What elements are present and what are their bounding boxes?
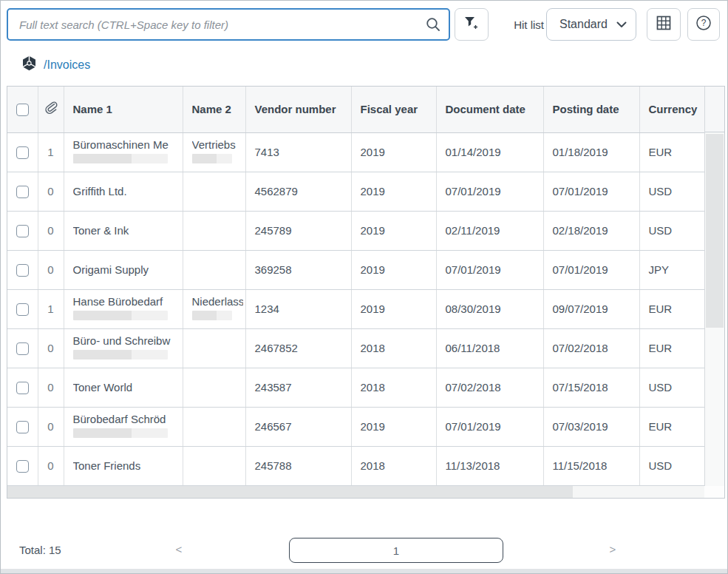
redacted-text (192, 154, 232, 163)
horizontal-scrollbar-thumb[interactable] (7, 486, 573, 498)
help-icon: ? (695, 14, 712, 35)
breadcrumb: /Invoices (21, 55, 90, 74)
vendor-number-cell: 245789 (245, 211, 351, 250)
column-header-currency[interactable]: Currency (639, 87, 704, 132)
vendor-number-cell: 2467852 (245, 328, 351, 368)
row-checkbox[interactable] (16, 146, 29, 159)
table-view-button[interactable] (647, 8, 681, 41)
posting-date-cell: 07/15/2018 (543, 368, 639, 407)
table-row: 0Toner & Ink245789201902/11/201902/18/20… (7, 211, 704, 250)
fiscal-year-cell: 2019 (351, 289, 436, 328)
hit-list-label: Hit list (514, 18, 544, 31)
chevron-down-icon (616, 21, 627, 28)
vertical-scrollbar[interactable] (704, 87, 724, 486)
fiscal-year-cell: 2018 (351, 368, 436, 407)
redacted-text (73, 311, 168, 320)
fiscal-year-cell: 2019 (351, 250, 436, 289)
column-header-vendor-number[interactable]: Vendor number (245, 87, 351, 132)
table-body: 1Büromaschinen MeVertriebs7413201901/14/… (7, 132, 704, 485)
vendor-number-cell: 245788 (245, 446, 351, 485)
document-date-cell: 07/02/2018 (436, 368, 543, 407)
table-row: 0Bürobedarf Schröd246567201907/01/201907… (7, 407, 704, 446)
attachment-count: 0 (38, 328, 64, 368)
row-checkbox[interactable] (16, 303, 29, 316)
currency-cell: EUR (639, 132, 704, 172)
row-checkbox[interactable] (16, 421, 29, 433)
total-count: Total: 15 (19, 544, 61, 556)
posting-date-cell: 11/15/2018 (543, 446, 639, 485)
posting-date-cell: 02/18/2019 (543, 211, 639, 250)
hit-list-select[interactable]: Standard (546, 8, 636, 41)
column-header-name1[interactable]: Name 1 (64, 87, 183, 132)
vendor-number-cell: 246567 (245, 407, 351, 446)
table-header-row: Name 1 Name 2 Vendor number Fiscal year … (7, 87, 704, 132)
vendor-number-cell: 7413 (245, 132, 351, 172)
document-date-cell: 02/11/2019 (436, 211, 543, 250)
vendor-number-cell: 243587 (245, 368, 351, 407)
horizontal-scrollbar[interactable] (7, 486, 724, 498)
row-checkbox[interactable] (16, 382, 29, 394)
posting-date-cell: 07/01/2019 (543, 172, 639, 211)
attachment-count: 0 (38, 446, 64, 485)
row-checkbox[interactable] (16, 460, 29, 473)
name1-cell: Hanse Bürobedarf (73, 295, 180, 308)
row-checkbox[interactable] (16, 225, 29, 237)
name2-cell: Vertriebs (192, 138, 243, 151)
prev-page-button[interactable]: < (171, 543, 187, 556)
vertical-scrollbar-thumb[interactable] (706, 134, 724, 328)
table-row: 0Büro- und Schreibw2467852201806/11/2018… (7, 328, 704, 368)
table-row: 1Büromaschinen MeVertriebs7413201901/14/… (7, 132, 704, 172)
fiscal-year-cell: 2018 (351, 446, 436, 485)
invoice-table: Name 1 Name 2 Vendor number Fiscal year … (7, 86, 725, 499)
filter-icon (463, 16, 480, 33)
table-row: 0Toner World243587201807/02/201807/15/20… (7, 368, 704, 407)
redacted-text (73, 350, 168, 359)
grid-icon (656, 15, 672, 34)
attachment-icon (44, 105, 58, 118)
filter-button[interactable] (455, 8, 489, 41)
currency-cell: USD (639, 211, 704, 250)
name1-cell: Origami Supply (73, 263, 180, 276)
redacted-text (73, 428, 168, 438)
next-page-button[interactable]: > (605, 543, 621, 556)
app-window: Hit list Standard ? (0, 0, 728, 574)
name2-cell: Niederlass (192, 295, 243, 308)
column-header-document-date[interactable]: Document date (436, 87, 543, 132)
row-checkbox[interactable] (16, 342, 29, 355)
search-input[interactable] (7, 8, 450, 41)
document-date-cell: 01/14/2019 (436, 132, 543, 172)
row-checkbox[interactable] (16, 186, 29, 198)
column-header-fiscal-year[interactable]: Fiscal year (351, 87, 436, 132)
hit-list-select-value: Standard (559, 18, 608, 31)
name1-cell: Büromaschinen Me (73, 138, 180, 151)
document-date-cell: 07/01/2019 (436, 407, 543, 446)
fiscal-year-cell: 2019 (351, 132, 436, 172)
table-row: 1Hanse BürobedarfNiederlass1234201908/30… (7, 289, 704, 328)
currency-cell: EUR (639, 407, 704, 446)
name1-cell: Toner Friends (73, 459, 180, 472)
document-date-cell: 11/13/2018 (436, 446, 543, 485)
currency-cell: EUR (639, 328, 704, 368)
document-date-cell: 06/11/2018 (436, 328, 543, 368)
breadcrumb-invoices-link[interactable]: /Invoices (44, 58, 90, 72)
column-header-name2[interactable]: Name 2 (183, 87, 245, 132)
posting-date-cell: 01/18/2019 (543, 132, 639, 172)
currency-cell: JPY (639, 250, 704, 289)
posting-date-cell: 07/02/2018 (543, 328, 639, 368)
redacted-text (73, 154, 168, 163)
fiscal-year-cell: 2019 (351, 407, 436, 446)
fiscal-year-cell: 2018 (351, 328, 436, 368)
top-toolbar: Hit list Standard ? (7, 7, 720, 41)
help-button[interactable]: ? (687, 8, 720, 41)
document-date-cell: 07/01/2019 (436, 250, 543, 289)
select-all-checkbox[interactable] (16, 104, 29, 116)
page-input[interactable] (289, 538, 503, 563)
search-icon (425, 16, 441, 33)
document-date-cell: 08/30/2019 (436, 289, 543, 328)
row-checkbox[interactable] (16, 264, 29, 277)
table-row: 0Origami Supply369258201907/01/201907/01… (7, 250, 704, 289)
column-header-posting-date[interactable]: Posting date (543, 87, 639, 132)
attachment-count: 0 (38, 368, 64, 407)
svg-text:?: ? (701, 18, 707, 28)
posting-date-cell: 09/07/2019 (543, 289, 639, 328)
